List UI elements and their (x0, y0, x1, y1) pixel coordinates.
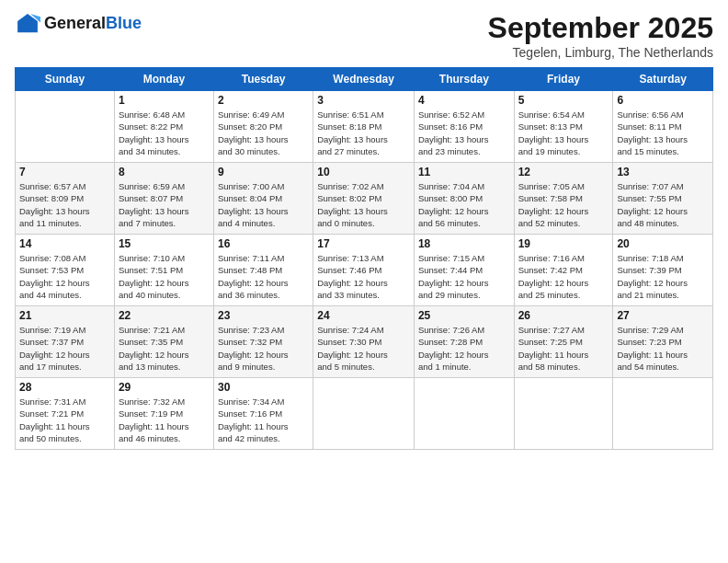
calendar-cell: 7Sunrise: 6:57 AM Sunset: 8:09 PM Daylig… (16, 163, 115, 235)
logo-icon (15, 11, 40, 37)
col-monday: Monday (114, 68, 213, 91)
calendar-cell: 15Sunrise: 7:10 AM Sunset: 7:51 PM Dayli… (114, 235, 213, 306)
day-info: Sunrise: 7:07 AM Sunset: 7:55 PM Dayligh… (617, 180, 709, 229)
day-number: 25 (418, 309, 510, 322)
calendar-cell (613, 378, 713, 450)
calendar-cell: 2Sunrise: 6:49 AM Sunset: 8:20 PM Daylig… (213, 91, 313, 163)
calendar-cell: 20Sunrise: 7:18 AM Sunset: 7:39 PM Dayli… (613, 235, 713, 306)
day-number: 7 (19, 166, 110, 178)
calendar-cell: 29Sunrise: 7:32 AM Sunset: 7:19 PM Dayli… (114, 378, 213, 450)
calendar-cell: 28Sunrise: 7:31 AM Sunset: 7:21 PM Dayli… (16, 378, 115, 450)
day-info: Sunrise: 7:08 AM Sunset: 7:53 PM Dayligh… (19, 252, 110, 301)
day-info: Sunrise: 7:24 AM Sunset: 7:30 PM Dayligh… (317, 324, 410, 373)
col-sunday: Sunday (16, 68, 115, 91)
header: GeneralBlue September 2025 Tegelen, Limb… (15, 11, 713, 60)
day-number: 3 (317, 94, 410, 107)
day-info: Sunrise: 7:31 AM Sunset: 7:21 PM Dayligh… (19, 396, 110, 444)
day-info: Sunrise: 7:32 AM Sunset: 7:19 PM Dayligh… (119, 396, 210, 444)
calendar-cell (313, 378, 415, 450)
day-number: 11 (418, 166, 510, 178)
day-info: Sunrise: 7:15 AM Sunset: 7:44 PM Dayligh… (418, 252, 510, 301)
week-row-4: 21Sunrise: 7:19 AM Sunset: 7:37 PM Dayli… (16, 306, 713, 378)
calendar-cell: 10Sunrise: 7:02 AM Sunset: 8:02 PM Dayli… (313, 163, 415, 235)
calendar-cell: 6Sunrise: 6:56 AM Sunset: 8:11 PM Daylig… (613, 91, 713, 163)
calendar-table: Sunday Monday Tuesday Wednesday Thursday… (15, 67, 713, 450)
day-number: 23 (218, 309, 309, 322)
day-number: 29 (119, 381, 210, 394)
week-row-2: 7Sunrise: 6:57 AM Sunset: 8:09 PM Daylig… (16, 163, 713, 235)
location-subtitle: Tegelen, Limburg, The Netherlands (488, 45, 713, 60)
day-number: 12 (518, 166, 609, 178)
logo: GeneralBlue (15, 11, 142, 37)
day-info: Sunrise: 7:04 AM Sunset: 8:00 PM Dayligh… (418, 180, 510, 229)
calendar-cell: 23Sunrise: 7:23 AM Sunset: 7:32 PM Dayli… (213, 306, 313, 378)
calendar-cell: 13Sunrise: 7:07 AM Sunset: 7:55 PM Dayli… (613, 163, 713, 235)
calendar-cell: 25Sunrise: 7:26 AM Sunset: 7:28 PM Dayli… (414, 306, 514, 378)
col-thursday: Thursday (414, 68, 514, 91)
calendar-cell: 9Sunrise: 7:00 AM Sunset: 8:04 PM Daylig… (213, 163, 313, 235)
day-info: Sunrise: 6:59 AM Sunset: 8:07 PM Dayligh… (119, 180, 210, 229)
day-number: 4 (418, 94, 510, 107)
day-info: Sunrise: 7:29 AM Sunset: 7:23 PM Dayligh… (617, 324, 709, 373)
day-info: Sunrise: 6:57 AM Sunset: 8:09 PM Dayligh… (19, 180, 110, 229)
logo-general-text: General (44, 14, 106, 32)
day-info: Sunrise: 7:21 AM Sunset: 7:35 PM Dayligh… (119, 324, 210, 373)
day-info: Sunrise: 7:00 AM Sunset: 8:04 PM Dayligh… (218, 180, 309, 229)
day-info: Sunrise: 6:51 AM Sunset: 8:18 PM Dayligh… (317, 109, 410, 157)
calendar-cell: 17Sunrise: 7:13 AM Sunset: 7:46 PM Dayli… (313, 235, 415, 306)
day-number: 14 (19, 237, 110, 250)
day-number: 26 (518, 309, 609, 322)
calendar-cell: 12Sunrise: 7:05 AM Sunset: 7:58 PM Dayli… (514, 163, 613, 235)
day-number: 8 (119, 166, 210, 178)
day-number: 30 (218, 381, 309, 394)
week-row-1: 1Sunrise: 6:48 AM Sunset: 8:22 PM Daylig… (16, 91, 713, 163)
day-number: 13 (617, 166, 709, 178)
week-row-5: 28Sunrise: 7:31 AM Sunset: 7:21 PM Dayli… (16, 378, 713, 450)
calendar-cell: 26Sunrise: 7:27 AM Sunset: 7:25 PM Dayli… (514, 306, 613, 378)
calendar-cell (414, 378, 514, 450)
title-section: September 2025 Tegelen, Limburg, The Net… (488, 11, 713, 60)
calendar-cell: 30Sunrise: 7:34 AM Sunset: 7:16 PM Dayli… (213, 378, 313, 450)
calendar-cell: 5Sunrise: 6:54 AM Sunset: 8:13 PM Daylig… (514, 91, 613, 163)
weekday-header-row: Sunday Monday Tuesday Wednesday Thursday… (16, 68, 713, 91)
day-info: Sunrise: 7:16 AM Sunset: 7:42 PM Dayligh… (518, 252, 609, 301)
calendar-cell (16, 91, 115, 163)
calendar-cell: 22Sunrise: 7:21 AM Sunset: 7:35 PM Dayli… (114, 306, 213, 378)
calendar-cell: 16Sunrise: 7:11 AM Sunset: 7:48 PM Dayli… (213, 235, 313, 306)
day-info: Sunrise: 7:11 AM Sunset: 7:48 PM Dayligh… (218, 252, 309, 301)
calendar-cell: 14Sunrise: 7:08 AM Sunset: 7:53 PM Dayli… (16, 235, 115, 306)
day-info: Sunrise: 7:19 AM Sunset: 7:37 PM Dayligh… (19, 324, 110, 373)
day-number: 2 (218, 94, 309, 107)
day-number: 16 (218, 237, 309, 250)
calendar-cell: 19Sunrise: 7:16 AM Sunset: 7:42 PM Dayli… (514, 235, 613, 306)
day-info: Sunrise: 7:02 AM Sunset: 8:02 PM Dayligh… (317, 180, 410, 229)
calendar-cell: 8Sunrise: 6:59 AM Sunset: 8:07 PM Daylig… (114, 163, 213, 235)
col-tuesday: Tuesday (213, 68, 313, 91)
day-info: Sunrise: 7:23 AM Sunset: 7:32 PM Dayligh… (218, 324, 309, 373)
day-info: Sunrise: 7:05 AM Sunset: 7:58 PM Dayligh… (518, 180, 609, 229)
day-number: 5 (518, 94, 609, 107)
day-number: 21 (19, 309, 110, 322)
day-number: 22 (119, 309, 210, 322)
day-number: 1 (119, 94, 210, 107)
day-info: Sunrise: 6:48 AM Sunset: 8:22 PM Dayligh… (119, 109, 210, 157)
day-number: 9 (218, 166, 309, 178)
day-info: Sunrise: 7:18 AM Sunset: 7:39 PM Dayligh… (617, 252, 709, 301)
calendar-cell: 24Sunrise: 7:24 AM Sunset: 7:30 PM Dayli… (313, 306, 415, 378)
calendar-cell: 3Sunrise: 6:51 AM Sunset: 8:18 PM Daylig… (313, 91, 415, 163)
day-info: Sunrise: 7:10 AM Sunset: 7:51 PM Dayligh… (119, 252, 210, 301)
calendar-cell: 21Sunrise: 7:19 AM Sunset: 7:37 PM Dayli… (16, 306, 115, 378)
col-wednesday: Wednesday (313, 68, 415, 91)
day-info: Sunrise: 7:13 AM Sunset: 7:46 PM Dayligh… (317, 252, 410, 301)
day-info: Sunrise: 6:52 AM Sunset: 8:16 PM Dayligh… (418, 109, 510, 157)
calendar-cell: 4Sunrise: 6:52 AM Sunset: 8:16 PM Daylig… (414, 91, 514, 163)
calendar-cell: 27Sunrise: 7:29 AM Sunset: 7:23 PM Dayli… (613, 306, 713, 378)
day-info: Sunrise: 7:34 AM Sunset: 7:16 PM Dayligh… (218, 396, 309, 444)
month-title: September 2025 (488, 11, 713, 45)
page-container: GeneralBlue September 2025 Tegelen, Limb… (0, 0, 728, 457)
calendar-cell: 18Sunrise: 7:15 AM Sunset: 7:44 PM Dayli… (414, 235, 514, 306)
day-number: 24 (317, 309, 410, 322)
day-info: Sunrise: 6:56 AM Sunset: 8:11 PM Dayligh… (617, 109, 709, 157)
col-saturday: Saturday (613, 68, 713, 91)
day-info: Sunrise: 7:27 AM Sunset: 7:25 PM Dayligh… (518, 324, 609, 373)
